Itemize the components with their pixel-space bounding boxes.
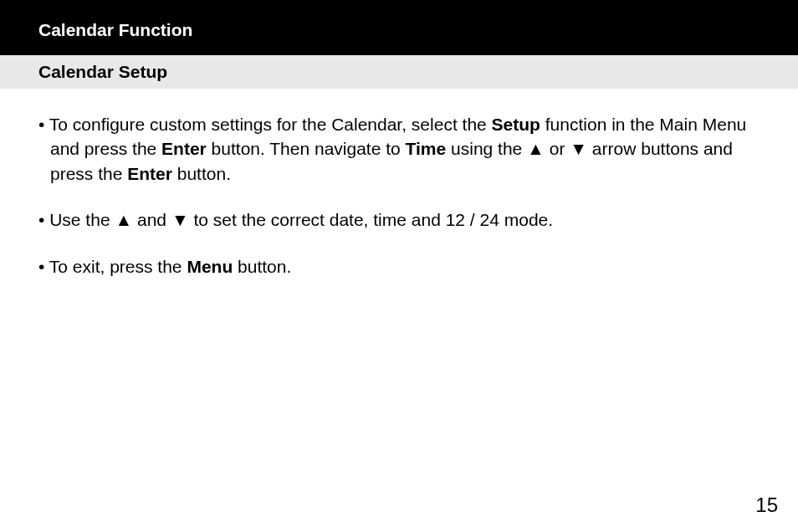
bullet-3: • To exit, press the Menu button. [38, 254, 760, 279]
content-area: • To configure custom settings for the C… [0, 89, 798, 279]
bullet-3-bold: Menu [187, 257, 233, 276]
bullet-1-bold-4: Enter [127, 164, 172, 183]
bullet-3-text-2: button. [233, 257, 291, 276]
page-number: 15 [755, 494, 778, 517]
subtitle-text: Calendar Setup [38, 62, 167, 81]
subtitle-bar: Calendar Setup [0, 55, 798, 89]
bullet-1-bold-1: Setup [492, 115, 540, 134]
header-bar: Calendar Function [0, 0, 798, 55]
header-title: Calendar Function [38, 20, 192, 39]
bullet-1: • To configure custom settings for the C… [38, 112, 760, 186]
bullet-2: • Use the ▲ and ▼ to set the correct dat… [38, 207, 760, 232]
bullet-1-bold-2: Enter [161, 139, 207, 158]
bullet-1-text-1: • To configure custom settings for the C… [38, 115, 492, 134]
bullet-3-text-1: • To exit, press the [38, 257, 187, 276]
bullet-2-text: • Use the ▲ and ▼ to set the correct dat… [38, 210, 553, 229]
bullet-1-text-3: button. Then navigate to [207, 139, 406, 158]
bullet-1-bold-3: Time [406, 139, 447, 158]
bullet-1-text-5: button. [172, 164, 231, 183]
